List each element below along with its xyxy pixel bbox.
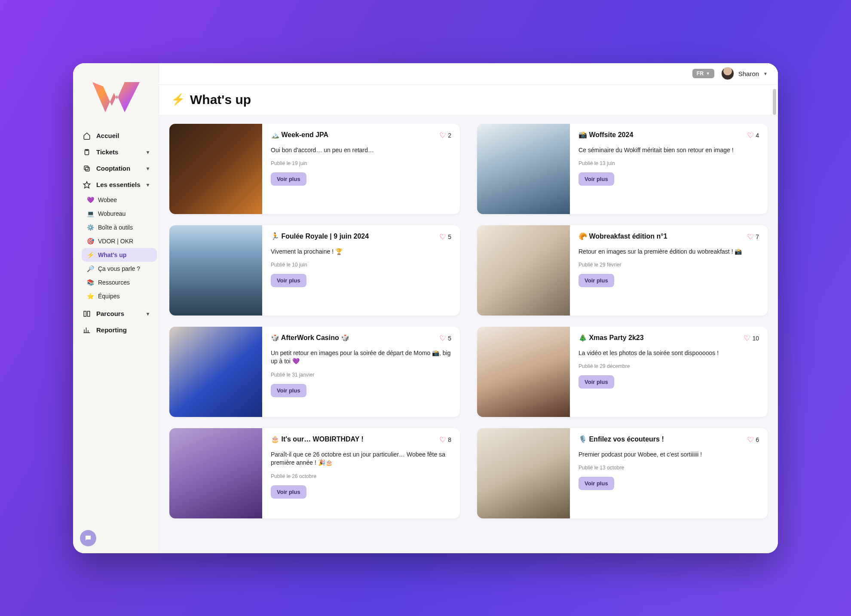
nav-label: Les essentiels xyxy=(96,181,141,188)
sidebar-item-bo-te-outils[interactable]: ⚙️Boîte à outils xyxy=(82,221,157,234)
card-publish-date: Publié le 13 juin xyxy=(579,160,759,166)
chevron-down-icon: ▾ xyxy=(147,182,149,188)
nav-label: Parcours xyxy=(96,310,124,317)
see-more-button[interactable]: Voir plus xyxy=(579,477,614,490)
layout-icon xyxy=(83,310,91,318)
card-description: Retour en images sur la première édition… xyxy=(579,248,759,256)
card-title: 🎲 AfterWork Casino 🎲 xyxy=(271,334,349,343)
heart-icon: ♡ xyxy=(747,131,754,140)
like-button[interactable]: ♡6 xyxy=(747,435,759,444)
nav-cooptation[interactable]: Cooptation ▾ xyxy=(77,160,154,177)
brand-logo[interactable] xyxy=(90,78,142,116)
see-more-button[interactable]: Voir plus xyxy=(579,375,614,389)
card-publish-date: Publié le 31 janvier xyxy=(271,372,451,378)
card-thumbnail xyxy=(477,225,570,316)
feed-card: 🎙️ Enfilez vos écouteurs !♡6Premier podc… xyxy=(477,428,768,518)
chevron-down-icon: ▾ xyxy=(147,311,149,317)
see-more-button[interactable]: Voir plus xyxy=(271,172,306,186)
sidebar-item-label: Ressources xyxy=(98,279,130,286)
card-description: Premier podcast pour Wobee, et c'est sor… xyxy=(579,451,759,459)
sidebar-item-wobureau[interactable]: 💻Wobureau xyxy=(82,207,157,221)
sidebar-item-vdor-okr[interactable]: 🎯VDOR | OKR xyxy=(82,234,157,248)
sidebar-item-wobee[interactable]: 💜Wobee xyxy=(82,193,157,207)
card-publish-date: Publié le 13 octobre xyxy=(579,465,759,471)
like-button[interactable]: ♡7 xyxy=(747,232,759,242)
card-body: 🥐 Wobreakfast édition n°1♡7Retour en ima… xyxy=(570,225,768,316)
card-title: 🎙️ Enfilez vos écouteurs ! xyxy=(579,435,664,444)
svg-rect-1 xyxy=(86,167,89,171)
card-description: Paraît-il que ce 26 octobre est un jour … xyxy=(271,451,451,467)
see-more-button[interactable]: Voir plus xyxy=(271,384,306,397)
language-switcher[interactable]: FR ▼ xyxy=(692,69,714,78)
card-title: 🎄 Xmas Party 2k23 xyxy=(579,334,644,343)
like-count: 10 xyxy=(752,335,759,342)
like-count: 8 xyxy=(448,436,451,443)
sidebar-item--quipes[interactable]: ⭐Équipes xyxy=(82,289,157,303)
see-more-button[interactable]: Voir plus xyxy=(271,485,306,499)
heart-icon: ♡ xyxy=(439,435,446,444)
emoji-icon: ⚡ xyxy=(87,251,95,258)
like-count: 6 xyxy=(756,436,759,443)
like-button[interactable]: ♡10 xyxy=(744,334,759,343)
svg-rect-5 xyxy=(88,311,90,316)
chevron-down-icon: ▾ xyxy=(147,165,149,172)
nav-reporting[interactable]: Reporting xyxy=(77,322,154,338)
card-publish-date: Publié le 26 octobre xyxy=(271,473,451,479)
feed-grid[interactable]: 🏔️ Week-end JPA♡2Oui bon d'accord… un pe… xyxy=(159,115,778,553)
page-title: What's up xyxy=(190,92,251,107)
app-window: Accueil Tickets ▾ Cooptation ▾ xyxy=(73,63,778,553)
essentials-subnav: 💜Wobee💻Wobureau⚙️Boîte à outils🎯VDOR | O… xyxy=(73,193,159,303)
nav-tickets[interactable]: Tickets ▾ xyxy=(77,144,154,160)
language-label: FR xyxy=(697,70,704,77)
card-publish-date: Publié le 10 juin xyxy=(271,262,451,268)
sidebar-item--a-vous-parle-[interactable]: 🔎Ça vous parle ? xyxy=(82,262,157,276)
emoji-icon: 💻 xyxy=(87,210,95,217)
card-description: Un petit retour en images pour la soirée… xyxy=(271,349,451,366)
support-chat-button[interactable] xyxy=(80,530,96,546)
sidebar-item-label: Wobureau xyxy=(98,210,126,217)
sidebar-item-label: Wobee xyxy=(98,196,117,203)
card-publish-date: Publié le 19 juin xyxy=(271,160,451,166)
card-title: 🏔️ Week-end JPA xyxy=(271,131,328,140)
like-button[interactable]: ♡2 xyxy=(439,131,451,140)
emoji-icon: 🔎 xyxy=(87,265,95,272)
nav-parcours[interactable]: Parcours ▾ xyxy=(77,306,154,322)
user-menu[interactable]: Sharon ▼ xyxy=(721,67,768,80)
like-button[interactable]: ♡5 xyxy=(439,232,451,242)
card-description: Ce séminaire du Wokiff méritait bien son… xyxy=(579,146,759,155)
nav-essentiels[interactable]: Les essentiels ▾ xyxy=(77,177,154,193)
top-bar: FR ▼ Sharon ▼ xyxy=(159,63,778,85)
scrollbar-thumb[interactable] xyxy=(773,89,776,115)
see-more-button[interactable]: Voir plus xyxy=(579,274,614,287)
heart-icon: ♡ xyxy=(439,232,446,242)
sidebar-item-ressources[interactable]: 📚Ressources xyxy=(82,276,157,289)
chevron-down-icon: ▼ xyxy=(706,71,710,76)
like-count: 4 xyxy=(756,132,759,139)
see-more-button[interactable]: Voir plus xyxy=(579,172,614,186)
svg-marker-3 xyxy=(84,181,90,188)
heart-icon: ♡ xyxy=(747,232,754,242)
sidebar-item-what-s-up[interactable]: ⚡What's up xyxy=(82,248,157,262)
feed-card: 📸 Woffsite 2024♡4Ce séminaire du Wokiff … xyxy=(477,124,768,214)
card-title: 📸 Woffsite 2024 xyxy=(579,131,633,140)
card-title: 🥐 Wobreakfast édition n°1 xyxy=(579,232,667,241)
card-description: La vidéo et les photos de la soirée sont… xyxy=(579,349,759,358)
like-button[interactable]: ♡4 xyxy=(747,131,759,140)
see-more-button[interactable]: Voir plus xyxy=(271,274,306,287)
feed-card: 🎂 It's our… WOBIRTHDAY !♡8Paraît-il que … xyxy=(169,428,460,518)
user-name: Sharon xyxy=(738,70,759,77)
like-count: 5 xyxy=(448,335,451,342)
sidebar-item-label: Ça vous parle ? xyxy=(98,265,140,272)
like-count: 2 xyxy=(448,132,451,139)
card-thumbnail xyxy=(477,327,570,417)
card-body: 🎄 Xmas Party 2k23♡10La vidéo et les phot… xyxy=(570,327,768,417)
nav-label: Reporting xyxy=(96,326,127,334)
logo-wrap xyxy=(73,72,159,128)
nav-accueil[interactable]: Accueil xyxy=(77,128,154,144)
like-button[interactable]: ♡5 xyxy=(439,334,451,343)
like-button[interactable]: ♡8 xyxy=(439,435,451,444)
sidebar-item-label: Boîte à outils xyxy=(98,224,133,231)
secondary-nav: Parcours ▾ Reporting xyxy=(73,306,159,338)
home-icon xyxy=(83,132,91,140)
sidebar-item-label: What's up xyxy=(98,251,126,258)
